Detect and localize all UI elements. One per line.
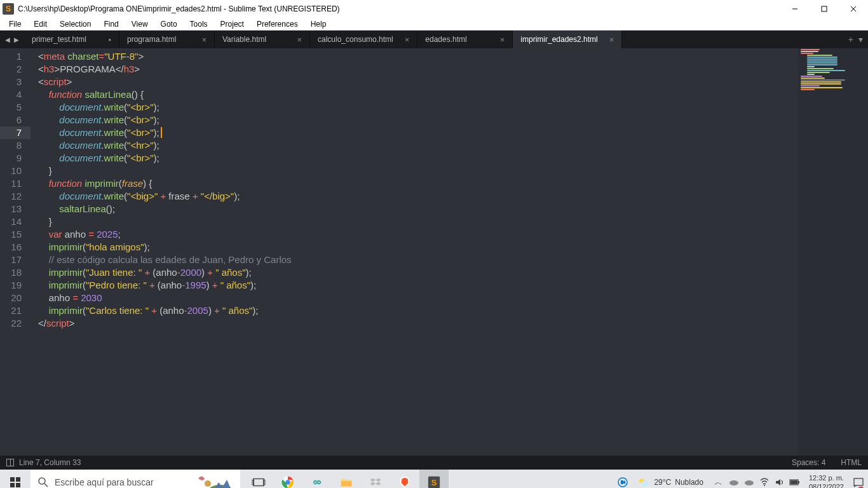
menu-file[interactable]: File	[3, 18, 27, 30]
windows-icon	[10, 477, 20, 487]
code-line[interactable]: }	[38, 215, 868, 228]
explorer-button[interactable]	[332, 470, 361, 488]
code-line[interactable]: <meta charset="UTF-8">	[38, 50, 868, 63]
line-number[interactable]: 3	[0, 76, 22, 88]
code-line[interactable]: imprimir("Juan tiene: " + (anho-2000) + …	[38, 266, 868, 279]
sublime-button[interactable]: S	[419, 470, 449, 488]
code-line[interactable]: document.write("<br>");	[38, 101, 868, 114]
weather-widget[interactable]: 29°C Nublado	[631, 476, 710, 488]
meet-now-icon[interactable]	[617, 477, 628, 488]
line-number[interactable]: 21	[0, 304, 22, 317]
line-number[interactable]: 11	[0, 177, 22, 190]
tab[interactable]: primer_test.html	[24, 30, 119, 48]
code-line[interactable]: // este código calcula las edades de Jua…	[38, 254, 868, 266]
line-number[interactable]: 17	[0, 254, 22, 266]
line-number[interactable]: 15	[0, 228, 22, 241]
menu-preferences[interactable]: Preferences	[250, 18, 304, 30]
code-line[interactable]: function saltarLinea() {	[38, 88, 868, 101]
tab[interactable]: edades.html×	[417, 30, 513, 48]
menu-project[interactable]: Project	[214, 18, 250, 30]
brave-button[interactable]	[390, 470, 419, 488]
tab-close-icon[interactable]: ×	[405, 36, 410, 44]
tab-close-icon[interactable]: ×	[297, 36, 302, 44]
line-number[interactable]: 22	[0, 317, 22, 330]
close-button[interactable]	[839, 0, 868, 18]
tab-menu-button[interactable]: ▾	[858, 34, 863, 44]
tray-onedrive-icon[interactable]	[728, 470, 740, 488]
line-number[interactable]: 9	[0, 152, 22, 165]
notifications-button[interactable]: 3	[851, 470, 865, 488]
tray-chevron-icon[interactable]: ︿	[712, 470, 725, 488]
line-number[interactable]: 10	[0, 165, 22, 177]
code-line[interactable]: var anho = 2025;	[38, 228, 868, 241]
app-button-1[interactable]	[302, 470, 332, 488]
code-line[interactable]: document.write("<br>");	[38, 152, 868, 165]
tab-close-icon[interactable]: ×	[609, 36, 614, 44]
line-number[interactable]: 16	[0, 241, 22, 254]
tab[interactable]: calculo_consumo.html×	[310, 30, 417, 48]
code-line[interactable]: document.write("<br>");	[38, 114, 868, 126]
chrome-button[interactable]	[273, 470, 302, 488]
line-number[interactable]: 13	[0, 203, 22, 215]
gutter[interactable]: 12345678910111213141516171819202122	[0, 48, 31, 456]
tab-close-icon[interactable]: ×	[201, 36, 207, 44]
line-number[interactable]: 19	[0, 279, 22, 292]
tray-volume-icon[interactable]	[773, 470, 786, 488]
dropbox-button[interactable]	[361, 470, 390, 488]
status-syntax[interactable]: HTML	[841, 458, 862, 467]
code-line[interactable]: saltarLinea();	[38, 203, 868, 215]
menu-find[interactable]: Find	[97, 18, 125, 30]
code-line[interactable]: imprimir("Pedro tiene: " + (anho-1995) +…	[38, 279, 868, 292]
tab-close-icon[interactable]: ×	[500, 36, 505, 44]
line-number[interactable]: 6	[0, 114, 22, 126]
code-line[interactable]: function imprimir(frase) {	[38, 177, 868, 190]
tab-nav-back-icon[interactable]: ◀	[5, 36, 10, 43]
menu-view[interactable]: View	[125, 18, 154, 30]
line-number[interactable]: 7	[0, 126, 31, 139]
line-number[interactable]: 8	[0, 139, 22, 152]
tray-clock[interactable]: 12:32 p. m. 08/12/2022	[804, 473, 849, 488]
line-number[interactable]: 5	[0, 101, 22, 114]
taskview-button[interactable]	[244, 470, 273, 488]
tray-battery-icon[interactable]	[789, 470, 801, 488]
tab[interactable]: imprimir_edades2.html×	[513, 30, 622, 48]
tab[interactable]: Variable.html×	[215, 30, 310, 48]
status-spaces[interactable]: Spaces: 4	[792, 458, 825, 467]
code-line[interactable]: }	[38, 165, 868, 177]
maximize-button[interactable]	[810, 0, 839, 18]
code-line[interactable]: imprimir("Carlos tiene: " + (anho-2005) …	[38, 304, 868, 317]
tray-onedrive2-icon[interactable]	[743, 470, 756, 488]
minimap[interactable]	[798, 48, 868, 456]
code-line[interactable]: <script>	[38, 76, 868, 88]
line-number[interactable]: 4	[0, 88, 22, 101]
code-line[interactable]: </script>	[38, 317, 868, 330]
code-line[interactable]: document.write("<hr>");	[38, 139, 868, 152]
menu-help[interactable]: Help	[304, 18, 333, 30]
menu-selection[interactable]: Selection	[53, 18, 97, 30]
taskbar-search[interactable]: Escribe aquí para buscar	[31, 470, 240, 488]
line-number[interactable]: 18	[0, 266, 22, 279]
panel-toggle-icon[interactable]	[6, 459, 14, 466]
status-position[interactable]: Line 7, Column 33	[19, 458, 81, 467]
code-line[interactable]: anho = 2030	[38, 292, 868, 304]
tab[interactable]: programa.html×	[119, 30, 215, 48]
line-number[interactable]: 14	[0, 215, 22, 228]
tray-wifi-icon[interactable]	[758, 470, 771, 488]
menu-goto[interactable]: Goto	[154, 18, 184, 30]
code-line[interactable]: <h3>PROGRAMA</h3>	[38, 63, 868, 76]
new-tab-button[interactable]: +	[848, 34, 853, 44]
tab-nav-forward-icon[interactable]: ▶	[14, 36, 19, 43]
start-button[interactable]	[0, 470, 31, 488]
editor[interactable]: 12345678910111213141516171819202122 <met…	[0, 48, 868, 456]
line-number[interactable]: 2	[0, 63, 22, 76]
line-number[interactable]: 1	[0, 50, 22, 63]
code-line[interactable]: document.write("<big>" + frase + "</big>…	[38, 190, 868, 203]
code-line[interactable]: document.write("<br>");	[38, 126, 868, 139]
line-number[interactable]: 12	[0, 190, 22, 203]
code-area[interactable]: <meta charset="UTF-8"><h3>PROGRAMA</h3><…	[31, 48, 868, 456]
minimize-button[interactable]	[780, 0, 810, 18]
menu-edit[interactable]: Edit	[27, 18, 53, 30]
line-number[interactable]: 20	[0, 292, 22, 304]
code-line[interactable]: imprimir("hola amigos");	[38, 241, 868, 254]
menu-tools[interactable]: Tools	[184, 18, 214, 30]
